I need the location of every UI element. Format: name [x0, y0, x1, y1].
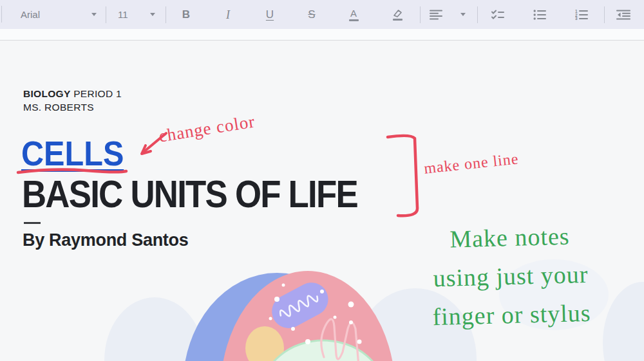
slide-canvas[interactable]: BIOLOGY PERIOD 1 MS. ROBERTS CELLS BASIC…	[0, 41, 644, 361]
toolbar-divider	[106, 6, 106, 23]
toolbar-document-gap	[0, 29, 644, 41]
decrease-indent-button[interactable]	[611, 4, 636, 26]
font-size-select[interactable]: 11	[114, 4, 159, 26]
red-arrow-ink	[134, 129, 170, 160]
red-bracket-ink	[384, 132, 425, 222]
font-size-value: 11	[118, 9, 128, 20]
green-note-line2: using just your	[397, 254, 623, 298]
red-underline-ink	[15, 167, 131, 176]
green-note-annotation: Make notes using just your finger or sty…	[397, 215, 625, 337]
strikethrough-button[interactable]: S	[299, 4, 324, 26]
strikethrough-icon: S	[308, 9, 315, 20]
align-button[interactable]	[427, 4, 468, 26]
numbered-list-button[interactable]: 123	[569, 4, 594, 26]
slide-subtitle[interactable]: BASIC UNITS OF LIFE	[22, 172, 357, 216]
chevron-down-icon	[150, 13, 155, 16]
course-name: BIOLOGY	[23, 88, 71, 99]
green-note-line1: Make notes	[397, 215, 623, 259]
font-family-select[interactable]: Arial	[18, 4, 99, 26]
byline-dash	[24, 222, 41, 224]
green-note-line3: finger or stylus	[399, 292, 625, 337]
bulleted-list-button[interactable]	[527, 4, 552, 26]
app-window: Arial 11 B I U S A	[0, 0, 644, 361]
font-family-value: Arial	[21, 9, 40, 20]
checklist-icon	[491, 10, 505, 20]
align-left-icon	[430, 10, 442, 20]
toolbar-divider	[420, 6, 421, 23]
italic-icon: I	[226, 9, 230, 21]
italic-button[interactable]: I	[216, 4, 240, 26]
svg-text:3: 3	[575, 16, 578, 20]
byline[interactable]: By Raymond Santos	[23, 230, 188, 250]
formatting-toolbar: Arial 11 B I U S A	[0, 0, 644, 29]
bold-icon: B	[182, 9, 190, 20]
toolbar-divider	[604, 6, 605, 23]
decrease-indent-icon	[616, 10, 630, 20]
toolbar-left-divider	[1, 6, 2, 23]
toolbar-divider	[477, 6, 478, 23]
underline-button[interactable]: U	[258, 4, 282, 26]
text-color-icon: A	[349, 8, 359, 21]
numbered-list-icon: 123	[575, 10, 588, 20]
underline-icon: U	[266, 9, 274, 20]
text-color-button[interactable]: A	[341, 4, 366, 26]
teacher-name[interactable]: MS. ROBERTS	[23, 102, 94, 113]
checklist-button[interactable]	[486, 4, 510, 26]
bulleted-list-icon	[533, 10, 546, 20]
chevron-down-icon	[91, 13, 97, 16]
chevron-down-icon	[460, 13, 466, 16]
toolbar-divider	[166, 6, 166, 23]
course-label[interactable]: BIOLOGY PERIOD 1	[23, 88, 122, 100]
highlight-color-button[interactable]	[385, 4, 410, 26]
bold-button[interactable]: B	[174, 4, 198, 26]
highlighter-icon	[392, 8, 403, 21]
course-period: PERIOD 1	[71, 88, 122, 99]
